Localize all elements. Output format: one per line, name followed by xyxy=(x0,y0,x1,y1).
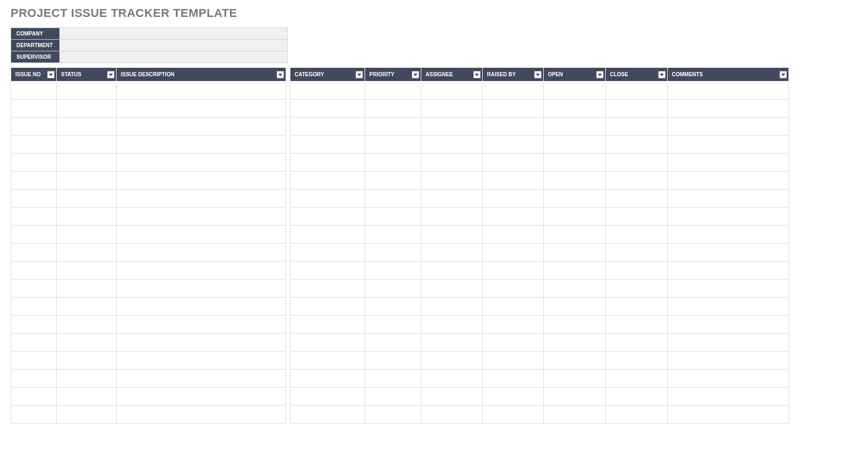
cell-issue-no[interactable] xyxy=(11,100,57,118)
cell-comments[interactable] xyxy=(668,352,789,370)
cell-assignee[interactable] xyxy=(421,118,483,136)
cell-issue-no[interactable] xyxy=(11,352,57,370)
cell-close[interactable] xyxy=(606,406,668,424)
cell-issue-description[interactable] xyxy=(117,118,286,136)
cell-raised-by[interactable] xyxy=(483,334,544,352)
cell-category[interactable] xyxy=(290,262,365,280)
cell-comments[interactable] xyxy=(668,208,789,226)
cell-open[interactable] xyxy=(544,370,606,388)
cell-issue-description[interactable] xyxy=(117,298,286,316)
cell-issue-description[interactable] xyxy=(117,334,286,352)
cell-status[interactable] xyxy=(57,190,117,208)
supervisor-input[interactable] xyxy=(60,51,288,63)
cell-category[interactable] xyxy=(290,208,365,226)
cell-raised-by[interactable] xyxy=(483,406,544,424)
cell-status[interactable] xyxy=(57,334,117,352)
cell-priority[interactable] xyxy=(365,280,421,298)
cell-close[interactable] xyxy=(606,226,668,244)
cell-close[interactable] xyxy=(606,316,668,334)
department-input[interactable] xyxy=(60,40,288,51)
cell-priority[interactable] xyxy=(365,136,421,154)
cell-open[interactable] xyxy=(544,136,606,154)
cell-status[interactable] xyxy=(57,118,117,136)
cell-open[interactable] xyxy=(544,280,606,298)
cell-comments[interactable] xyxy=(668,298,789,316)
cell-close[interactable] xyxy=(606,82,668,100)
cell-open[interactable] xyxy=(544,334,606,352)
cell-priority[interactable] xyxy=(365,316,421,334)
cell-priority[interactable] xyxy=(365,370,421,388)
cell-assignee[interactable] xyxy=(421,172,483,190)
cell-close[interactable] xyxy=(606,172,668,190)
cell-issue-description[interactable] xyxy=(117,388,286,406)
col-issue-description[interactable]: ISSUE DESCRIPTION xyxy=(117,68,286,82)
cell-assignee[interactable] xyxy=(421,406,483,424)
cell-comments[interactable] xyxy=(668,244,789,262)
cell-assignee[interactable] xyxy=(421,388,483,406)
cell-issue-no[interactable] xyxy=(11,82,57,100)
cell-close[interactable] xyxy=(606,352,668,370)
cell-priority[interactable] xyxy=(365,262,421,280)
cell-raised-by[interactable] xyxy=(483,118,544,136)
cell-comments[interactable] xyxy=(668,172,789,190)
cell-status[interactable] xyxy=(57,280,117,298)
cell-status[interactable] xyxy=(57,136,117,154)
cell-issue-no[interactable] xyxy=(11,370,57,388)
cell-close[interactable] xyxy=(606,388,668,406)
cell-category[interactable] xyxy=(290,100,365,118)
cell-issue-no[interactable] xyxy=(11,262,57,280)
cell-issue-description[interactable] xyxy=(117,208,286,226)
cell-assignee[interactable] xyxy=(421,334,483,352)
cell-comments[interactable] xyxy=(668,280,789,298)
cell-priority[interactable] xyxy=(365,298,421,316)
company-input[interactable] xyxy=(60,28,288,40)
cell-raised-by[interactable] xyxy=(483,82,544,100)
cell-raised-by[interactable] xyxy=(483,136,544,154)
cell-priority[interactable] xyxy=(365,244,421,262)
cell-issue-description[interactable] xyxy=(117,370,286,388)
cell-assignee[interactable] xyxy=(421,154,483,172)
cell-open[interactable] xyxy=(544,226,606,244)
col-category[interactable]: CATEGORY xyxy=(290,68,365,82)
cell-issue-no[interactable] xyxy=(11,298,57,316)
cell-issue-no[interactable] xyxy=(11,226,57,244)
cell-category[interactable] xyxy=(290,172,365,190)
cell-category[interactable] xyxy=(290,406,365,424)
cell-raised-by[interactable] xyxy=(483,298,544,316)
cell-category[interactable] xyxy=(290,82,365,100)
cell-category[interactable] xyxy=(290,388,365,406)
cell-status[interactable] xyxy=(57,82,117,100)
cell-issue-description[interactable] xyxy=(117,280,286,298)
cell-comments[interactable] xyxy=(668,100,789,118)
cell-raised-by[interactable] xyxy=(483,316,544,334)
cell-raised-by[interactable] xyxy=(483,208,544,226)
cell-comments[interactable] xyxy=(668,118,789,136)
cell-open[interactable] xyxy=(544,352,606,370)
cell-open[interactable] xyxy=(544,262,606,280)
cell-issue-description[interactable] xyxy=(117,82,286,100)
cell-priority[interactable] xyxy=(365,82,421,100)
cell-raised-by[interactable] xyxy=(483,370,544,388)
cell-issue-no[interactable] xyxy=(11,154,57,172)
cell-raised-by[interactable] xyxy=(483,280,544,298)
cell-open[interactable] xyxy=(544,208,606,226)
cell-assignee[interactable] xyxy=(421,190,483,208)
cell-status[interactable] xyxy=(57,262,117,280)
cell-status[interactable] xyxy=(57,352,117,370)
cell-issue-description[interactable] xyxy=(117,154,286,172)
cell-issue-no[interactable] xyxy=(11,136,57,154)
cell-issue-description[interactable] xyxy=(117,406,286,424)
cell-issue-no[interactable] xyxy=(11,118,57,136)
cell-close[interactable] xyxy=(606,262,668,280)
filter-dropdown-icon[interactable] xyxy=(658,71,666,78)
cell-category[interactable] xyxy=(290,280,365,298)
cell-issue-description[interactable] xyxy=(117,226,286,244)
cell-category[interactable] xyxy=(290,226,365,244)
cell-comments[interactable] xyxy=(668,370,789,388)
cell-category[interactable] xyxy=(290,370,365,388)
cell-close[interactable] xyxy=(606,100,668,118)
cell-status[interactable] xyxy=(57,172,117,190)
col-raised-by[interactable]: RAISED BY xyxy=(483,68,544,82)
cell-issue-no[interactable] xyxy=(11,388,57,406)
cell-priority[interactable] xyxy=(365,406,421,424)
